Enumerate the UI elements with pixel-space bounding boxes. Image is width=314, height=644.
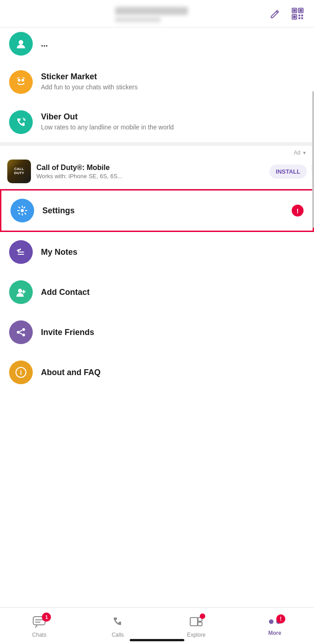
viber-out-icon bbox=[9, 110, 33, 134]
settings-icon bbox=[10, 199, 34, 222]
add-contact-title: Add Contact bbox=[41, 288, 305, 297]
svg-rect-5 bbox=[293, 15, 296, 18]
edit-button[interactable] bbox=[268, 6, 283, 23]
ad-content[interactable]: CALLDUTY Call of Duty®: Mobile Works wit… bbox=[7, 160, 307, 183]
nav-chats[interactable]: 1 Chats bbox=[0, 608, 79, 644]
settings-notification-badge: ! bbox=[292, 205, 304, 216]
nav-more[interactable]: ! More bbox=[236, 608, 314, 644]
bottom-home-indicator bbox=[130, 639, 184, 641]
ad-text: Call of Duty®: Mobile Works with: iPhone… bbox=[36, 164, 264, 180]
svg-rect-7 bbox=[301, 15, 303, 16]
settings-title: Settings bbox=[42, 206, 292, 216]
explore-label: Explore bbox=[187, 632, 206, 638]
svg-point-17 bbox=[22, 334, 25, 336]
ad-title: Call of Duty®: Mobile bbox=[36, 164, 264, 172]
ad-chevron-icon: ▼ bbox=[302, 150, 307, 155]
my-notes-text: My Notes bbox=[41, 247, 305, 257]
viber-out-item[interactable]: Viber Out Low rates to any landline or m… bbox=[0, 102, 314, 142]
bottom-navigation: 1 Chats Calls Explore bbox=[0, 607, 314, 644]
nav-calls[interactable]: Calls bbox=[79, 608, 157, 644]
svg-rect-1 bbox=[293, 9, 296, 12]
ad-install-button[interactable]: INSTALL bbox=[269, 165, 307, 179]
partial-icon bbox=[9, 32, 33, 56]
sticker-market-item[interactable]: Sticker Market Add fun to your chats wit… bbox=[0, 62, 314, 102]
svg-rect-6 bbox=[299, 15, 300, 16]
viber-out-subtitle: Low rates to any landline or mobile in t… bbox=[41, 123, 305, 132]
qr-code-button[interactable] bbox=[289, 5, 306, 23]
settings-item-wrapper: Settings ! bbox=[0, 189, 314, 232]
explore-badge-dot bbox=[200, 613, 205, 619]
sticker-market-subtitle: Add fun to your chats with stickers bbox=[41, 83, 305, 92]
sticker-market-text: Sticker Market Add fun to your chats wit… bbox=[41, 72, 305, 92]
calls-icon-wrap bbox=[111, 615, 124, 630]
header bbox=[0, 0, 314, 27]
svg-point-15 bbox=[17, 331, 20, 334]
viber-out-text: Viber Out Low rates to any landline or m… bbox=[41, 112, 305, 132]
svg-point-16 bbox=[22, 328, 25, 331]
my-notes-item[interactable]: My Notes bbox=[0, 232, 314, 272]
svg-rect-8 bbox=[299, 17, 300, 19]
about-faq-icon: i bbox=[9, 361, 33, 384]
header-icons bbox=[268, 5, 306, 23]
add-contact-item[interactable]: Add Contact bbox=[0, 272, 314, 312]
add-contact-text: Add Contact bbox=[41, 288, 305, 297]
svg-point-28 bbox=[269, 619, 273, 624]
svg-rect-25 bbox=[190, 618, 198, 626]
chats-label: Chats bbox=[32, 632, 46, 638]
sticker-market-title: Sticker Market bbox=[41, 72, 305, 82]
settings-item[interactable]: Settings ! bbox=[1, 191, 313, 231]
divider-1 bbox=[0, 142, 314, 146]
svg-rect-9 bbox=[301, 17, 303, 19]
svg-text:i: i bbox=[20, 369, 22, 376]
more-label: More bbox=[268, 630, 281, 636]
svg-line-18 bbox=[20, 330, 22, 332]
partial-menu-item[interactable]: ... bbox=[0, 27, 314, 62]
my-notes-title: My Notes bbox=[41, 247, 305, 257]
ad-section: Ad ▼ CALLDUTY Call of Duty®: Mobile Work… bbox=[0, 146, 314, 189]
my-notes-icon bbox=[9, 240, 33, 264]
svg-rect-3 bbox=[299, 9, 302, 12]
svg-point-12 bbox=[21, 79, 24, 82]
svg-line-19 bbox=[20, 333, 22, 335]
chats-badge: 1 bbox=[42, 613, 51, 622]
nav-explore[interactable]: Explore bbox=[157, 608, 236, 644]
more-badge: ! bbox=[276, 614, 285, 623]
ad-subtitle: Works with: iPhone SE, 6S, 6S... bbox=[36, 173, 264, 180]
chats-icon-wrap: 1 bbox=[32, 615, 46, 630]
explore-icon-wrap bbox=[189, 615, 203, 630]
header-title-area bbox=[35, 7, 268, 22]
svg-point-10 bbox=[19, 40, 23, 45]
svg-point-13 bbox=[20, 209, 24, 212]
scrollbar[interactable] bbox=[312, 91, 314, 228]
header-title bbox=[115, 7, 188, 15]
settings-text: Settings bbox=[42, 206, 292, 216]
svg-rect-27 bbox=[198, 622, 202, 626]
svg-point-11 bbox=[18, 79, 20, 82]
partial-item-label: ... bbox=[41, 39, 48, 49]
invite-friends-item[interactable]: Invite Friends bbox=[0, 312, 314, 352]
add-contact-icon bbox=[9, 280, 33, 304]
ad-game-icon: CALLDUTY bbox=[7, 160, 31, 183]
calls-label: Calls bbox=[111, 632, 124, 638]
svg-point-14 bbox=[18, 289, 22, 293]
invite-friends-icon bbox=[9, 320, 33, 344]
about-faq-title: About and FAQ bbox=[41, 368, 305, 377]
about-faq-item[interactable]: i About and FAQ bbox=[0, 352, 314, 392]
more-icon-wrap: ! bbox=[267, 617, 283, 628]
viber-out-title: Viber Out bbox=[41, 112, 305, 122]
ad-label-row: Ad ▼ bbox=[7, 149, 307, 156]
header-subtitle bbox=[115, 17, 161, 22]
about-faq-text: About and FAQ bbox=[41, 368, 305, 377]
invite-friends-text: Invite Friends bbox=[41, 328, 305, 337]
ad-label: Ad bbox=[294, 149, 300, 156]
sticker-market-icon bbox=[9, 70, 33, 94]
invite-friends-title: Invite Friends bbox=[41, 328, 305, 337]
